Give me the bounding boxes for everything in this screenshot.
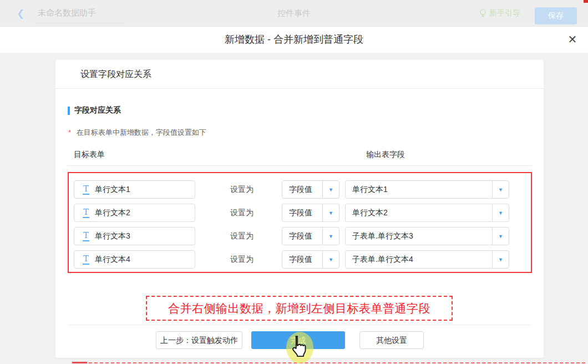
guide-label: 新手引导 xyxy=(489,8,520,18)
target-field-box[interactable]: T 单行文本3 xyxy=(74,227,195,245)
annotation-callout: 合并右侧输出数据，新增到左侧目标表单普通字段 xyxy=(146,296,453,321)
chevron-down-icon[interactable]: ▼ xyxy=(492,181,509,198)
output-field-value: 单行文本1 xyxy=(346,181,492,198)
mapping-row: T 单行文本1 设置为 字段值 ▼ 单行文本1 ▼ xyxy=(74,180,526,199)
target-field-label: 单行文本4 xyxy=(95,255,130,265)
output-field-select[interactable]: 子表单.单行文本3 ▼ xyxy=(345,227,509,245)
text-field-icon: T xyxy=(83,255,89,265)
cropped-annotation-corner xyxy=(72,362,87,363)
target-field-label: 单行文本2 xyxy=(95,208,130,218)
target-field-label: 单行文本1 xyxy=(95,185,130,195)
value-type-value: 字段值 xyxy=(282,204,322,221)
target-field-box[interactable]: T 单行文本2 xyxy=(74,204,195,222)
chevron-down-icon[interactable]: ▼ xyxy=(322,181,339,198)
blue-bar-icon xyxy=(68,107,70,115)
chevron-down-icon[interactable]: ▼ xyxy=(322,228,339,245)
text-field-icon: T xyxy=(83,231,89,241)
field-mapping-card: 设置字段对应关系 字段对应关系 * 在目标表单中新增数据，字段值设置如下 目标表… xyxy=(55,60,544,358)
output-field-value: 单行文本2 xyxy=(346,204,492,221)
card-body: 字段对应关系 * 在目标表单中新增数据，字段值设置如下 目标表单 输出表字段 T… xyxy=(55,105,544,273)
output-field-select[interactable]: 单行文本2 ▼ xyxy=(345,204,509,222)
card-section-title: 设置字段对应关系 xyxy=(55,60,544,89)
cropped-annotation-line xyxy=(72,362,585,363)
modal-header: 新增数据 - 合并新增到普通字段 ✕ xyxy=(0,27,588,53)
value-type-select[interactable]: 字段值 ▼ xyxy=(282,180,339,199)
mapping-row: T 单行文本2 设置为 字段值 ▼ 单行文本2 ▼ xyxy=(74,204,526,222)
target-field-box[interactable]: T 单行文本1 xyxy=(74,180,195,199)
target-field-label: 单行文本3 xyxy=(95,231,130,241)
value-type-value: 字段值 xyxy=(282,251,322,268)
column-header-target: 目标表单 xyxy=(74,150,105,160)
other-settings-button[interactable]: 其他设置 xyxy=(359,331,424,349)
chevron-down-icon[interactable]: ▼ xyxy=(492,251,509,268)
set-as-label: 设置为 xyxy=(230,185,257,195)
set-as-label: 设置为 xyxy=(230,231,257,241)
lightbulb-icon xyxy=(479,9,486,18)
group-title-label: 字段对应关系 xyxy=(74,105,121,115)
value-type-select[interactable]: 字段值 ▼ xyxy=(282,227,339,245)
divider xyxy=(68,165,532,166)
hand-cursor-icon xyxy=(289,335,309,358)
divider xyxy=(68,325,531,325)
output-field-value: 子表单.单行文本4 xyxy=(346,251,492,268)
text-field-icon: T xyxy=(83,208,89,218)
required-asterisk: * xyxy=(68,128,71,136)
hint-row: * 在目标表单中新增数据，字段值设置如下 xyxy=(68,128,532,138)
hint-text: 在目标表单中新增数据，字段值设置如下 xyxy=(77,128,206,136)
value-type-select[interactable]: 字段值 ▼ xyxy=(282,250,339,269)
output-field-select[interactable]: 单行文本1 ▼ xyxy=(345,180,509,199)
value-type-value: 字段值 xyxy=(282,181,322,198)
modal-title: 新增数据 - 合并新增到普通字段 xyxy=(0,27,588,53)
target-field-box[interactable]: T 单行文本4 xyxy=(74,250,195,269)
value-type-value: 字段值 xyxy=(282,228,322,245)
chevron-down-icon[interactable]: ▼ xyxy=(492,228,509,245)
value-type-select[interactable]: 字段值 ▼ xyxy=(282,204,339,222)
chevron-down-icon[interactable]: ▼ xyxy=(322,251,339,268)
chevron-down-icon[interactable]: ▼ xyxy=(322,204,339,221)
set-as-label: 设置为 xyxy=(230,208,257,218)
output-field-select[interactable]: 子表单.单行文本4 ▼ xyxy=(345,250,509,269)
chevron-down-icon[interactable]: ▼ xyxy=(492,204,509,221)
text-field-icon: T xyxy=(83,185,89,195)
prev-step-button[interactable]: 上一步：设置触发动作 xyxy=(156,331,242,349)
newbie-guide-link[interactable]: 新手引导 xyxy=(479,8,520,18)
top-app-bar: ❮ 未命名数据助手 控件事件 新手引导 保存 xyxy=(0,0,588,27)
mapping-row: T 单行文本4 设置为 字段值 ▼ 子表单.单行文本4 ▼ xyxy=(74,250,526,269)
column-header-output: 输出表字段 xyxy=(366,150,405,160)
column-headers: 目标表单 输出表字段 xyxy=(68,150,532,160)
corner-annotation-mark xyxy=(584,0,588,3)
save-button[interactable]: 保存 xyxy=(535,7,577,24)
close-icon[interactable]: ✕ xyxy=(561,27,584,53)
mapping-row: T 单行文本3 设置为 字段值 ▼ 子表单.单行文本3 ▼ xyxy=(74,227,526,245)
set-as-label: 设置为 xyxy=(230,255,257,265)
output-field-value: 子表单.单行文本3 xyxy=(346,228,492,245)
group-title-row: 字段对应关系 xyxy=(68,105,532,115)
mapping-highlight-box: T 单行文本1 设置为 字段值 ▼ 单行文本1 ▼ T 单行文本2 设置 xyxy=(68,172,532,273)
